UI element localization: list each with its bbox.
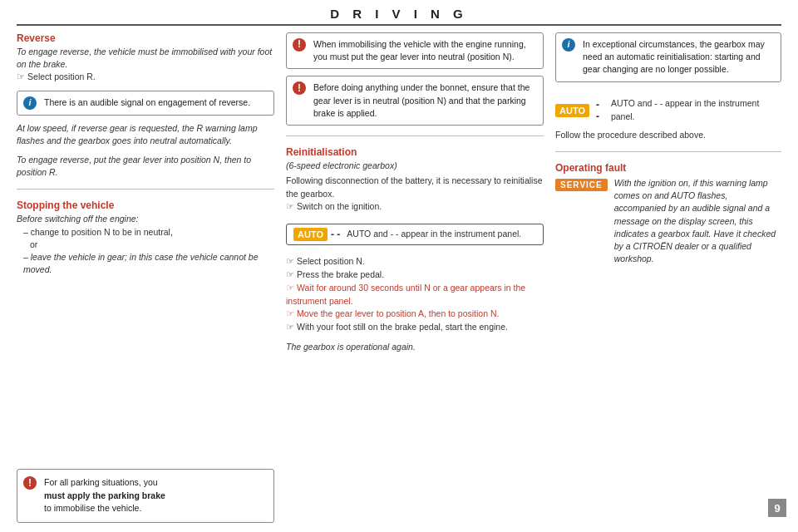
stopping-dash2: leave the vehicle in gear; in this case … bbox=[17, 251, 274, 276]
reinit-bullet: Switch on the ignition. bbox=[286, 200, 544, 214]
operating-title: Operating fault bbox=[555, 162, 781, 174]
auto-and-text: AUTO and - - appear in the instrument pa… bbox=[611, 97, 781, 122]
reverse-title: Reverse bbox=[17, 32, 274, 44]
auto-badge-row-right: AUTO - - AUTO and - - appear in the inst… bbox=[555, 96, 781, 126]
stopping-dash1: change to position N to be in neutral, bbox=[17, 226, 274, 239]
reverse-body1: To engage reverse, the vehicle must be i… bbox=[17, 46, 274, 71]
park-warning-line2: must apply the parking brake bbox=[44, 490, 165, 500]
reverse-bullet: Select position R. bbox=[17, 71, 274, 84]
info-icon-right: i bbox=[562, 38, 575, 52]
reverse-body3: To engage reverse, put the gear lever in… bbox=[17, 154, 274, 179]
operating-badge: SERVICE bbox=[555, 179, 608, 191]
auto-panel-mid: AUTO - - AUTO and - - appear in the inst… bbox=[286, 224, 544, 245]
stopping-subtitle: Before switching off the engine: bbox=[17, 213, 274, 225]
step-5: With your foot still on the brake pedal,… bbox=[286, 321, 544, 334]
divider3 bbox=[555, 151, 781, 152]
info-box-reverse: i There is an audible signal on engageme… bbox=[17, 91, 274, 115]
park-warning-line3: to immobilise the vehicle. bbox=[44, 503, 141, 513]
final-text: The gearbox is operational again. bbox=[286, 341, 544, 353]
auto-panel-text: AUTO and - - appear in the instrument pa… bbox=[347, 228, 521, 240]
auto-badge-right: AUTO bbox=[555, 104, 589, 117]
warn-top-text: In exceptional circumstances, the gearbo… bbox=[583, 39, 765, 74]
warn-icon-park: ! bbox=[23, 476, 37, 490]
info-box-text: There is an audible signal on engagement… bbox=[44, 97, 250, 107]
warning-box-1: ! When immobilising the vehicle with the… bbox=[286, 32, 544, 69]
auto-badge-mid: AUTO bbox=[293, 228, 328, 241]
auto-panel-right: AUTO - - bbox=[555, 99, 604, 122]
follow-text: Follow the procedure described above. bbox=[555, 129, 781, 141]
step-3: Wait for around 30 seconds until N or a … bbox=[286, 282, 544, 308]
left-column: Reverse To engage reverse, the vehicle m… bbox=[17, 32, 274, 523]
stopping-or: or bbox=[17, 239, 274, 251]
middle-column: ! When immobilising the vehicle with the… bbox=[286, 32, 544, 523]
info-icon: i bbox=[23, 96, 37, 110]
warn2-text: Before doing anything under the bonnet, … bbox=[313, 82, 530, 117]
park-warning-line1: For all parking situations, you bbox=[44, 477, 158, 487]
step-2: Press the brake pedal. bbox=[286, 268, 544, 282]
auto-dashes-mid: - - bbox=[331, 229, 340, 240]
reinit-steps: Select position N. Press the brake pedal… bbox=[286, 255, 544, 334]
fault-body: With the ignition on, if this warning la… bbox=[614, 177, 781, 266]
right-column: i In exceptional circumstances, the gear… bbox=[555, 32, 781, 523]
stopping-title: Stopping the vehicle bbox=[17, 200, 274, 211]
reinit-subtitle: (6-speed electronic gearbox) bbox=[286, 160, 544, 172]
reverse-body2: At low speed, if reverse gear is request… bbox=[17, 122, 274, 147]
header-divider bbox=[17, 24, 781, 26]
page-header: D R I V I N G bbox=[0, 0, 798, 24]
warn-icon-2: ! bbox=[293, 81, 306, 95]
reinit-title: Reinitialisation bbox=[286, 146, 544, 158]
info-box-right: i In exceptional circumstances, the gear… bbox=[555, 32, 781, 82]
auto-dashes-right: - - bbox=[596, 99, 604, 122]
divider1 bbox=[17, 189, 274, 190]
step-1: Select position N. bbox=[286, 255, 544, 268]
reinit-body: Following disconnection of the battery, … bbox=[286, 175, 544, 200]
park-warning-box: ! For all parking situations, you must a… bbox=[17, 469, 274, 523]
page-number: 9 bbox=[768, 499, 786, 517]
step-4: Move the gear lever to position A, then … bbox=[286, 308, 544, 321]
warning-box-2: ! Before doing anything under the bonnet… bbox=[286, 76, 544, 126]
warn1-text: When immobilising the vehicle with the e… bbox=[313, 39, 526, 62]
divider2 bbox=[286, 135, 544, 136]
warn-icon-1: ! bbox=[293, 38, 306, 52]
